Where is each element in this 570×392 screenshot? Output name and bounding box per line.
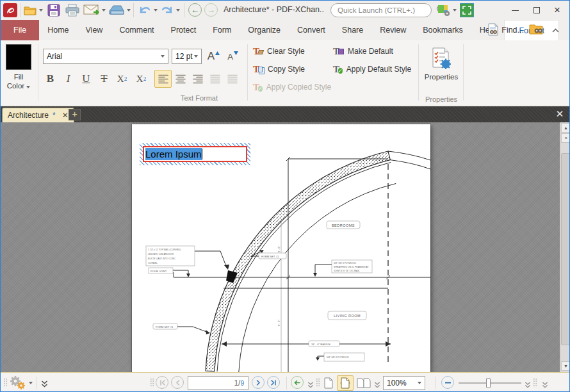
open-dropdown-icon[interactable] <box>39 9 43 12</box>
modified-indicator: * <box>53 111 56 120</box>
justify-button[interactable] <box>206 70 224 88</box>
next-page-button[interactable] <box>252 376 265 389</box>
previous-view-button[interactable] <box>291 376 304 389</box>
tab-home[interactable]: Home <box>39 20 77 40</box>
subscript-button[interactable]: X2 <box>113 70 131 88</box>
undo-dropdown-icon[interactable] <box>154 9 158 12</box>
zoom-slider-handle[interactable] <box>486 378 491 388</box>
underline-button[interactable]: U <box>77 70 95 88</box>
forward-icon[interactable]: → <box>204 3 218 17</box>
strikethrough-button[interactable]: T <box>95 70 113 88</box>
tab-review[interactable]: Review <box>371 20 414 40</box>
zoom-level-select[interactable]: 100% <box>383 376 425 390</box>
superscript-button[interactable]: X2 <box>133 70 150 88</box>
back-icon[interactable]: ← <box>188 3 202 17</box>
font-family-select[interactable]: Arial <box>43 49 168 64</box>
quick-launch-input[interactable] <box>338 6 436 14</box>
textbox-annotation[interactable]: Lorem Ipsum <box>143 146 247 162</box>
tab-convert[interactable]: Convert <box>289 20 334 40</box>
previous-page-button[interactable] <box>171 376 184 389</box>
expand-panel-button[interactable] <box>41 379 48 390</box>
textbox-selection-frame[interactable]: Lorem Ipsum <box>140 143 250 165</box>
search-in-files-button[interactable] <box>529 22 544 38</box>
layout-two-page-button[interactable] <box>355 375 373 391</box>
minimize-button[interactable] <box>504 1 526 20</box>
tab-file[interactable]: File <box>1 20 39 40</box>
italic-button[interactable]: I <box>60 70 77 88</box>
toolbar-grip[interactable] <box>150 378 154 388</box>
note-left-line4: CORBEL. <box>148 262 158 265</box>
new-tab-button[interactable]: + <box>69 109 81 120</box>
layout-single-button[interactable] <box>322 375 336 391</box>
status-options-button[interactable] <box>9 375 33 391</box>
fill-color-label[interactable]: Fill Color <box>1 72 37 90</box>
email-dropdown-icon[interactable] <box>102 9 106 12</box>
font-size-select[interactable]: 12 pt <box>172 49 202 64</box>
page-number-box[interactable]: 1/9 <box>188 376 248 390</box>
apply-copied-style-icon: T✓ <box>253 83 263 92</box>
scan-icon[interactable] <box>108 4 126 17</box>
chevron-down-icon <box>418 382 421 384</box>
properties-button[interactable]: Properties <box>423 43 459 94</box>
scan-dropdown-icon[interactable] <box>127 9 131 12</box>
shrink-font-button[interactable]: A <box>224 47 241 65</box>
maximize-button[interactable] <box>526 1 548 20</box>
ui-options-dropdown-icon[interactable] <box>453 9 457 12</box>
textbox-selected-text[interactable]: Lorem Ipsum <box>145 148 202 160</box>
clear-style-button[interactable]: T Clear Style <box>253 44 305 58</box>
scroll-options-button[interactable]: ≡ <box>561 133 570 143</box>
toolbar-grip[interactable] <box>3 378 8 388</box>
layout-options-expand-button[interactable] <box>374 379 380 391</box>
make-default-button[interactable]: T Make Default <box>333 44 393 58</box>
copy-style-button[interactable]: T Copy Style <box>253 62 305 76</box>
fullscreen-icon[interactable] <box>460 3 474 17</box>
align-center-button[interactable] <box>172 70 189 88</box>
zoom-out-button[interactable] <box>441 376 454 389</box>
align-left-button[interactable] <box>154 70 172 88</box>
grow-font-button[interactable]: A <box>205 47 222 65</box>
print-icon[interactable] <box>64 3 81 18</box>
zoom-options-expand-button[interactable] <box>525 379 531 391</box>
collapse-ribbon-icon[interactable] <box>547 24 564 36</box>
toolbar-grip[interactable] <box>533 378 537 388</box>
align-right-button[interactable] <box>189 70 206 88</box>
format-ribbon: Fill Color Arial 12 pt A A B I U T X2 X2 <box>1 40 569 106</box>
document-tab-architecture[interactable]: Architecture * ✕ <box>2 108 74 122</box>
tab-organize[interactable]: Organize <box>240 20 289 40</box>
tab-bookmarks[interactable]: Bookmarks <box>414 20 471 40</box>
apply-copied-style-button[interactable]: T✓ Apply Copied Style <box>253 80 331 94</box>
tab-protect[interactable]: Protect <box>163 20 205 40</box>
layout-continuous-button[interactable] <box>337 375 354 391</box>
tab-share[interactable]: Share <box>334 20 371 40</box>
apply-default-style-icon: T✓ <box>333 65 343 74</box>
ui-options-icon[interactable] <box>436 3 453 17</box>
more-tools-expand-button[interactable] <box>542 379 548 391</box>
tab-view[interactable]: View <box>77 20 111 40</box>
redo-dropdown-icon[interactable] <box>176 9 180 12</box>
find-button[interactable]: Find... <box>485 22 526 39</box>
save-icon[interactable] <box>46 3 61 18</box>
bold-button[interactable]: B <box>42 70 59 88</box>
scrollbar-thumb[interactable] <box>561 153 570 345</box>
first-page-button[interactable] <box>156 376 168 389</box>
scroll-down-button[interactable]: ▼ <box>561 361 570 371</box>
apply-default-style-button[interactable]: T✓ Apply Default Style <box>333 62 411 76</box>
vertical-scrollbar[interactable]: ▲ ≡ ▼ <box>560 122 570 372</box>
toolbar-grip[interactable] <box>316 378 320 388</box>
close-document-icon[interactable]: ✕ <box>553 108 566 120</box>
tab-form[interactable]: Form <box>204 20 240 40</box>
view-options-expand-button[interactable] <box>307 379 314 391</box>
close-tab-icon[interactable]: ✕ <box>62 111 69 120</box>
quick-launch-box[interactable] <box>330 3 432 17</box>
open-icon[interactable] <box>23 3 38 17</box>
redo-icon[interactable] <box>159 3 175 18</box>
scroll-up-button[interactable]: ▲ <box>561 123 570 133</box>
undo-icon[interactable] <box>137 3 152 18</box>
divider <box>184 3 184 17</box>
fill-color-swatch[interactable] <box>6 44 31 70</box>
email-icon[interactable] <box>83 3 102 17</box>
last-page-button[interactable] <box>267 376 280 389</box>
close-button[interactable]: × <box>546 1 568 20</box>
justify-all-button[interactable] <box>224 70 241 88</box>
tab-comment[interactable]: Comment <box>111 20 162 40</box>
